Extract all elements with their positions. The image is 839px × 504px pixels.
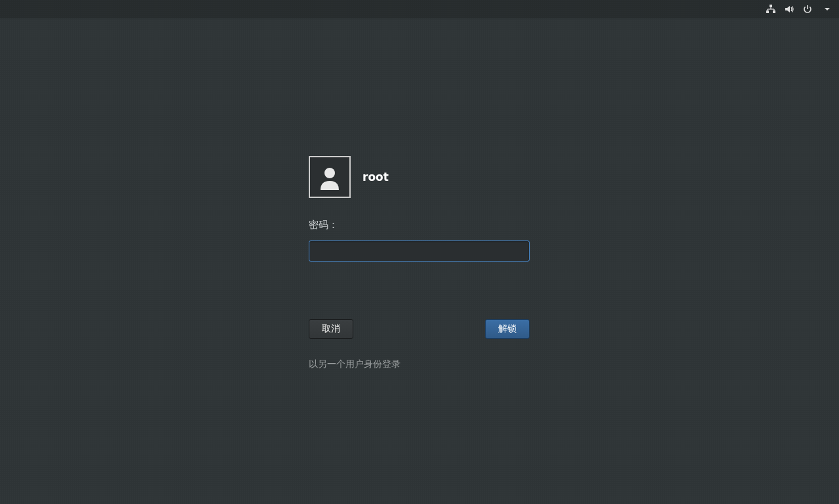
- svg-rect-0: [770, 5, 772, 7]
- unlock-button[interactable]: 解锁: [485, 319, 530, 339]
- top-bar: [0, 0, 839, 18]
- chevron-down-icon[interactable]: [822, 4, 832, 14]
- svg-rect-2: [773, 10, 775, 13]
- svg-point-7: [324, 168, 335, 178]
- user-row: root: [309, 156, 530, 198]
- button-row: 取消 解锁: [309, 319, 530, 339]
- login-panel: root 密码： 取消 解锁 以另一个用户身份登录: [309, 156, 530, 370]
- avatar: [309, 156, 351, 198]
- password-input[interactable]: [309, 241, 530, 262]
- user-icon: [317, 164, 343, 190]
- password-label: 密码：: [309, 219, 530, 231]
- network-icon[interactable]: [766, 4, 776, 14]
- username-label: root: [362, 170, 389, 184]
- power-icon[interactable]: [802, 4, 813, 14]
- volume-icon[interactable]: [784, 4, 794, 14]
- other-user-link[interactable]: 以另一个用户身份登录: [309, 359, 530, 370]
- cancel-button[interactable]: 取消: [309, 319, 353, 339]
- svg-rect-1: [766, 10, 769, 13]
